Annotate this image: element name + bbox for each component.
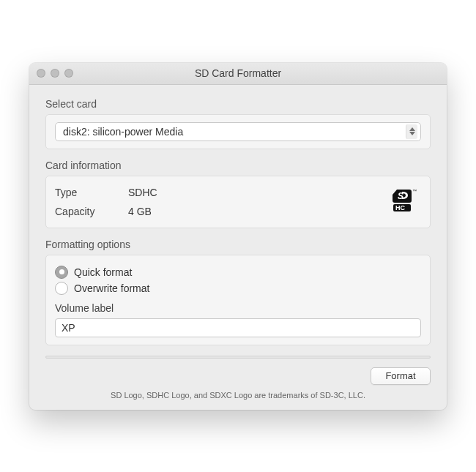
card-info-panel: Type SDHC S HC ™ Capacity	[45, 176, 431, 228]
svg-text:HC: HC	[395, 204, 405, 211]
svg-text:™: ™	[412, 189, 417, 193]
format-button[interactable]: Format	[371, 367, 431, 385]
select-stepper-icon	[406, 124, 417, 139]
footer-buttons: Format	[45, 367, 431, 385]
card-select[interactable]: disk2: silicon-power Media	[55, 122, 421, 141]
formatting-heading: Formatting options	[45, 239, 431, 250]
volume-label-value: XP	[62, 322, 75, 334]
type-value: SDHC	[128, 187, 390, 198]
capacity-label: Capacity	[55, 206, 128, 217]
card-select-value: disk2: silicon-power Media	[63, 126, 406, 138]
volume-label-heading: Volume label	[55, 302, 421, 314]
radio-icon	[55, 282, 68, 295]
card-info-heading: Card information	[45, 160, 431, 171]
quick-format-option[interactable]: Quick format	[55, 266, 421, 279]
volume-label-input[interactable]: XP	[55, 318, 421, 337]
quick-format-label: Quick format	[74, 266, 132, 278]
overwrite-format-option[interactable]: Overwrite format	[55, 282, 421, 295]
sdhc-logo-icon: S HC ™	[390, 188, 421, 215]
capacity-value: 4 GB	[128, 206, 390, 217]
minimize-icon[interactable]	[51, 69, 59, 78]
select-card-heading: Select card	[45, 98, 431, 110]
window-body: Select card disk2: silicon-power Media C…	[29, 85, 447, 410]
type-label: Type	[55, 187, 128, 198]
titlebar: SD Card Formatter	[29, 63, 447, 85]
radio-icon	[55, 266, 68, 279]
formatting-panel: Quick format Overwrite format Volume lab…	[45, 255, 431, 345]
overwrite-format-label: Overwrite format	[74, 282, 149, 294]
window-controls	[37, 69, 73, 78]
divider	[45, 356, 431, 359]
close-icon[interactable]	[37, 69, 45, 78]
select-card-panel: disk2: silicon-power Media	[45, 114, 431, 149]
app-window: SD Card Formatter Select card disk2: sil…	[29, 63, 447, 410]
zoom-icon[interactable]	[64, 69, 73, 78]
window-title: SD Card Formatter	[195, 67, 281, 79]
trademark-text: SD Logo, SDHC Logo, and SDXC Logo are tr…	[45, 391, 431, 400]
